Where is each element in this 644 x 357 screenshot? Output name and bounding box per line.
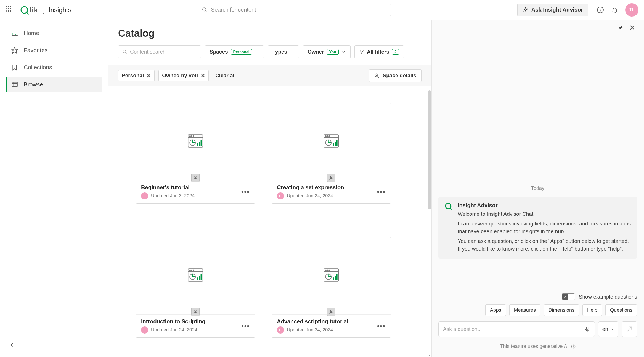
suggestion-pills: Apps Measures Dimensions Help Questions: [432, 304, 644, 321]
card-title: Advanced scripting tutorial: [277, 318, 348, 325]
msg-text: I can answer questions involving fields,…: [458, 220, 631, 236]
date-separator: Today: [438, 185, 637, 191]
space-details-button[interactable]: Space details: [369, 69, 422, 82]
svg-point-32: [327, 136, 328, 137]
filter-types[interactable]: Types: [268, 45, 299, 58]
info-icon[interactable]: [571, 344, 576, 349]
svg-point-69: [573, 345, 573, 346]
owner-badge-icon: [191, 308, 200, 316]
svg-point-15: [123, 50, 126, 53]
language-select[interactable]: en: [598, 321, 618, 337]
msg-sender: Insight Advisor: [458, 202, 631, 209]
sidebar-item-browse[interactable]: Browse: [6, 77, 102, 92]
sidebar: Home Favorites Collections: [0, 20, 108, 357]
sidebar-item-collections[interactable]: Collections: [6, 60, 102, 75]
mini-avatar: TL: [277, 192, 284, 199]
chat-input-field[interactable]: [443, 326, 584, 332]
owner-badge-icon: [191, 174, 200, 182]
content-search[interactable]: [118, 45, 201, 58]
app-card[interactable]: Beginner's tutorial TL Updated Jun 3, 20…: [136, 103, 255, 204]
mini-avatar: TL: [141, 326, 148, 334]
sidebar-item-label: Collections: [24, 64, 52, 71]
sidebar-item-favorites[interactable]: Favorites: [6, 42, 102, 58]
svg-marker-59: [428, 355, 431, 356]
close-icon[interactable]: [629, 25, 636, 31]
card-grid: Beginner's tutorial TL Updated Jun 3, 20…: [108, 86, 431, 357]
svg-rect-56: [335, 276, 336, 280]
filter-owner[interactable]: Owner You: [303, 45, 351, 58]
card-more-icon[interactable]: •••: [377, 188, 386, 196]
card-more-icon[interactable]: •••: [241, 322, 250, 330]
search-icon: [122, 49, 127, 55]
app-card[interactable]: Creating a set expression TL Updated Jun…: [272, 103, 391, 204]
svg-rect-27: [201, 140, 202, 146]
sidebar-item-home[interactable]: Home: [6, 25, 102, 41]
star-icon: [11, 47, 18, 54]
svg-line-1: [26, 12, 29, 14]
svg-point-3: [43, 13, 44, 14]
example-questions-toggle[interactable]: ✓: [562, 293, 575, 300]
app-icon: [322, 132, 340, 151]
card-more-icon[interactable]: •••: [241, 188, 250, 196]
svg-text:lik: lik: [30, 6, 38, 14]
pin-icon[interactable]: [617, 25, 624, 31]
content-search-input[interactable]: [130, 49, 197, 55]
chip-remove-icon[interactable]: ✕: [201, 73, 205, 79]
svg-point-58: [330, 310, 332, 312]
avatar[interactable]: TL: [625, 3, 638, 17]
chevron-down-icon: [290, 50, 294, 54]
page-title: Catalog: [118, 28, 422, 39]
filter-spaces[interactable]: Spaces Personal: [205, 45, 264, 58]
ask-insight-button[interactable]: Ask Insight Advisor: [517, 4, 588, 16]
svg-point-42: [191, 270, 192, 271]
chat-input[interactable]: [438, 321, 595, 337]
svg-point-6: [527, 8, 528, 8]
toggle-label: Show example questions: [579, 294, 637, 300]
pill-apps[interactable]: Apps: [485, 304, 506, 316]
global-search-input[interactable]: [211, 7, 387, 13]
scrollbar-thumb[interactable]: [428, 90, 431, 209]
card-thumb: [272, 103, 391, 180]
svg-rect-36: [335, 142, 336, 146]
pill-dimensions[interactable]: Dimensions: [544, 304, 579, 316]
chip-remove-icon[interactable]: ✕: [147, 73, 151, 79]
logo[interactable]: lik Insights: [20, 5, 71, 15]
chip-owned-by-you: Owned by you ✕: [158, 70, 209, 81]
chat-message: Insight Advisor Welcome to Insight Advis…: [438, 197, 637, 259]
msg-text: Welcome to Insight Advisor Chat.: [458, 210, 631, 218]
chevron-down-icon: [255, 50, 259, 54]
chevron-down-icon: [610, 327, 614, 331]
collapse-sidebar-icon[interactable]: [9, 342, 16, 349]
mic-icon[interactable]: [584, 326, 590, 332]
pill-help[interactable]: Help: [582, 304, 602, 316]
mini-avatar: TL: [141, 192, 148, 199]
sidebar-item-label: Browse: [24, 81, 43, 88]
pill-measures[interactable]: Measures: [509, 304, 540, 316]
chart-icon: [11, 30, 18, 37]
top-icons: TL: [597, 3, 638, 17]
svg-point-28: [195, 176, 196, 178]
card-title: Beginner's tutorial: [141, 184, 195, 191]
search-icon: [202, 7, 208, 13]
filter-all[interactable]: All filters 2: [354, 45, 404, 58]
app-card[interactable]: Introduction to Scripting TL Updated Jun…: [136, 237, 255, 338]
svg-point-8: [597, 7, 603, 13]
help-icon[interactable]: [597, 6, 604, 14]
pill-questions[interactable]: Questions: [605, 304, 637, 316]
card-meta: TL Updated Jun 3, 2024: [141, 192, 195, 199]
scroll-down-icon[interactable]: [428, 353, 431, 357]
bookmarks-icon: [11, 64, 18, 71]
bell-icon[interactable]: [611, 6, 619, 14]
svg-rect-25: [197, 143, 198, 146]
global-search[interactable]: [198, 4, 391, 16]
example-questions-toggle-row: ✓ Show example questions: [432, 286, 644, 304]
send-button[interactable]: [622, 321, 637, 337]
owner-badge-icon: [327, 174, 335, 182]
app-card[interactable]: Advanced scripting tutorial TL Updated J…: [272, 237, 391, 338]
msg-text: You can ask a question, or click on the …: [458, 237, 631, 253]
card-more-icon[interactable]: •••: [377, 322, 386, 330]
svg-point-41: [190, 270, 190, 271]
app-launcher-icon[interactable]: [6, 6, 13, 14]
clear-all-link[interactable]: Clear all: [215, 73, 236, 79]
catalog-panel: Catalog Spaces Personal Types: [108, 20, 432, 357]
